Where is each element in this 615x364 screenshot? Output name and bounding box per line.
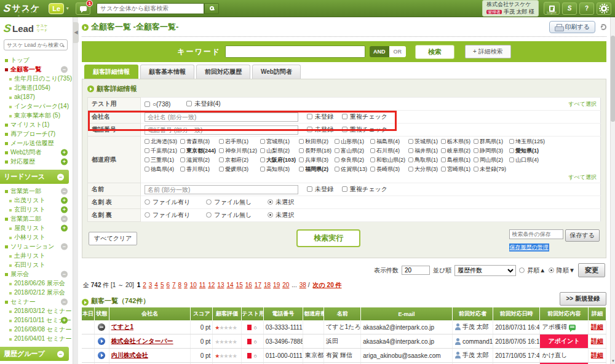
- card-back-has-file-radio[interactable]: ファイル有り: [145, 211, 190, 220]
- sidebar-item[interactable]: メール送信履歴: [4, 138, 73, 148]
- checkbox-icon[interactable]: [145, 148, 149, 153]
- checkbox-icon[interactable]: [335, 148, 339, 153]
- print-button[interactable]: 印刷する: [549, 21, 595, 33]
- page-number-link[interactable]: 9: [184, 282, 188, 288]
- sort-desc-radio[interactable]: 降順▼: [549, 266, 575, 275]
- company-link[interactable]: てすと1: [111, 323, 133, 330]
- checkbox-icon[interactable]: [219, 148, 224, 153]
- scrollbar-thumb[interactable]: [611, 36, 615, 122]
- checkbox-icon[interactable]: [307, 186, 312, 192]
- sidebar-section-header[interactable]: リードソース: [0, 170, 69, 184]
- checkbox-icon[interactable]: [441, 167, 446, 172]
- prefecture-checkbox[interactable]: 山梨県(2): [260, 147, 296, 155]
- prefecture-checkbox[interactable]: 京都府(2): [219, 156, 257, 164]
- sidebar-item[interactable]: 全顧客一覧: [4, 65, 73, 74]
- sidebar-item[interactable]: 玄田リスト: [4, 205, 73, 214]
- minus-icon[interactable]: [61, 188, 68, 194]
- page-number-link[interactable]: 6: [166, 282, 170, 288]
- tab-last-response[interactable]: 前回対応履歴: [196, 65, 250, 79]
- checkbox-icon[interactable]: [219, 167, 224, 172]
- checkbox-icon[interactable]: [474, 139, 478, 144]
- name-unregistered-checkbox[interactable]: 未登録: [307, 185, 333, 194]
- settings-button[interactable]: [597, 2, 611, 15]
- prefecture-checkbox[interactable]: 兵庫県(3): [299, 156, 331, 164]
- minus-icon[interactable]: [61, 298, 68, 305]
- save-condition-input[interactable]: [509, 229, 563, 239]
- sidebar-item[interactable]: 2016/08/08 セミナー: [4, 325, 73, 334]
- sidebar-item[interactable]: 営業第二部: [4, 214, 73, 223]
- prefecture-checkbox[interactable]: 山形県(1): [335, 138, 367, 146]
- radio-selected-icon[interactable]: [549, 267, 554, 273]
- global-search-button[interactable]: [204, 3, 219, 14]
- sidebar-item[interactable]: Web訪問者: [4, 148, 73, 157]
- advanced-search-button[interactable]: + 詳細検索: [465, 45, 511, 58]
- prefecture-checkbox[interactable]: 岐阜県(2): [441, 147, 470, 155]
- checkbox-icon[interactable]: [441, 157, 446, 162]
- prefecture-checkbox[interactable]: 福井県(1): [408, 147, 438, 155]
- tab-customer-detail[interactable]: 顧客詳細情報: [84, 65, 138, 79]
- plus-icon[interactable]: [61, 197, 68, 204]
- select-all-link[interactable]: すべて選択: [568, 173, 597, 181]
- company-link[interactable]: 株式会社インターパー: [111, 338, 173, 344]
- page-number-link[interactable]: 4: [154, 282, 158, 288]
- lead-logo[interactable]: S Lead サスケリード: [4, 20, 73, 37]
- and-toggle-button[interactable]: AND: [370, 46, 389, 57]
- prefecture-checkbox[interactable]: 静岡県(3): [474, 147, 506, 155]
- page-number-link[interactable]: 13: [217, 282, 224, 288]
- sidebar-collapse-handle[interactable]: ◀: [73, 22, 79, 43]
- checkbox-icon[interactable]: [299, 148, 304, 153]
- prefecture-checkbox[interactable]: 山口県(4): [509, 156, 545, 164]
- plus-icon[interactable]: [61, 206, 68, 213]
- prefecture-checkbox[interactable]: 富山県(2): [335, 147, 367, 155]
- checkbox-icon[interactable]: [474, 157, 478, 162]
- checkbox-icon[interactable]: [186, 101, 192, 106]
- save-history-link[interactable]: 保存履歴の管理: [509, 243, 549, 251]
- prefecture-checkbox[interactable]: 福島県(4): [370, 138, 405, 146]
- prefecture-checkbox[interactable]: 北海道(53): [145, 138, 177, 146]
- minus-icon[interactable]: [57, 173, 64, 180]
- sidebar-item[interactable]: 2018/02/12 展示会: [4, 288, 73, 297]
- prefecture-checkbox[interactable]: 神奈川県(12): [219, 147, 257, 155]
- execute-search-button[interactable]: 検索実行: [296, 229, 360, 247]
- page-number-link[interactable]: 17: [255, 282, 261, 288]
- prefecture-checkbox[interactable]: 秋田県(2): [299, 138, 331, 146]
- saaske-logo[interactable]: S サスケ ｓａａｓｋｅ: [4, 2, 40, 15]
- prefecture-checkbox[interactable]: 島根県(1): [441, 156, 470, 164]
- help-button[interactable]: ?: [579, 2, 594, 15]
- prefecture-checkbox[interactable]: 福岡県(2): [299, 165, 331, 173]
- page-number-link[interactable]: 14: [226, 282, 233, 288]
- test-option-circle[interactable]: ○(738): [145, 101, 170, 108]
- prefecture-checkbox[interactable]: 栃木県(5): [441, 138, 470, 146]
- checkbox-icon[interactable]: [370, 167, 375, 172]
- prefecture-checkbox[interactable]: 石川県(4): [370, 147, 405, 155]
- prefecture-checkbox[interactable]: 未登録(79): [474, 165, 506, 173]
- minus-icon[interactable]: [61, 66, 68, 73]
- phone-unregistered-checkbox[interactable]: 未登録: [307, 125, 333, 134]
- card-back-unselected-radio[interactable]: 未選択: [268, 211, 294, 220]
- prefecture-checkbox[interactable]: 岡山県(2): [474, 156, 506, 164]
- sidebar-item[interactable]: 2016/04/01 セミナー: [4, 334, 73, 343]
- checkbox-icon[interactable]: [180, 148, 185, 153]
- sidebar-item[interactable]: セミナー: [4, 297, 73, 306]
- name-duplicate-checkbox[interactable]: 重複チェック: [342, 185, 387, 194]
- prefecture-checkbox[interactable]: 三重県(1): [145, 156, 177, 164]
- checkbox-icon[interactable]: [474, 167, 478, 172]
- radio-icon[interactable]: [206, 212, 212, 218]
- page-number-link[interactable]: 5: [161, 282, 164, 288]
- checkbox-icon[interactable]: [408, 157, 413, 162]
- checkbox-icon[interactable]: [474, 148, 478, 153]
- sidebar-item[interactable]: 営業第一部: [4, 186, 73, 196]
- sidebar-item[interactable]: 土井リスト: [4, 251, 73, 260]
- prefecture-checkbox[interactable]: 滋賀県(2): [180, 156, 216, 164]
- new-registration-button[interactable]: >> 新規登録: [560, 292, 606, 306]
- prefecture-checkbox[interactable]: 東京都(244): [180, 147, 216, 155]
- checkbox-icon[interactable]: [145, 139, 149, 144]
- prefecture-checkbox[interactable]: 青森県(3): [180, 138, 216, 146]
- prefecture-checkbox[interactable]: 徳島県(4): [145, 165, 177, 173]
- company-link[interactable]: 内川株式会社: [111, 352, 148, 358]
- page-number-link[interactable]: 3: [149, 282, 153, 288]
- tab-web-visitor[interactable]: Web訪問者: [252, 65, 301, 79]
- prefecture-checkbox[interactable]: 香川県(1): [180, 165, 216, 173]
- checkbox-icon[interactable]: [509, 148, 514, 153]
- sidebar-section-header[interactable]: 履歴グループ: [0, 347, 69, 361]
